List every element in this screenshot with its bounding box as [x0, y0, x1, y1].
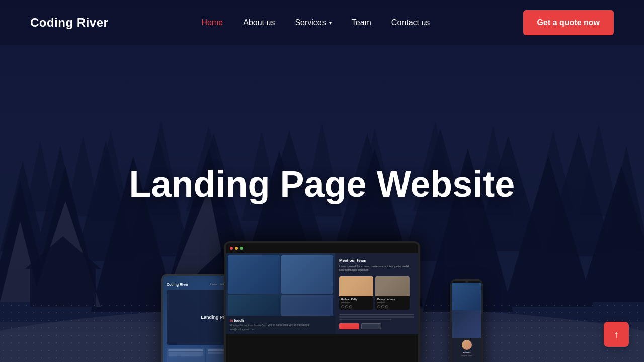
nav-link-contact[interactable]: Contact us: [391, 18, 430, 27]
nav-item-services[interactable]: Services ▾: [295, 18, 331, 27]
team-photo-2: [375, 276, 410, 296]
navbar: Coding River Home About us Services ▾ Te…: [0, 0, 644, 45]
team-member-2-name: Benny Luthers: [375, 296, 410, 301]
tablet-brand-label: Coding River: [167, 283, 189, 286]
phone-name: Profile: [463, 351, 469, 354]
window-dot-green: [240, 247, 243, 250]
scroll-up-button[interactable]: ↑: [604, 322, 629, 347]
team-cards: Rolland Kelly Developer Benny Luthers: [339, 276, 414, 310]
team-photo-1: [339, 276, 373, 296]
nav-link-about[interactable]: About us: [243, 18, 275, 27]
phone-device: › Profile Designer · Team ●: [450, 279, 483, 362]
hero-section: Coding River Home About us Services ▾ Te…: [0, 0, 644, 362]
nav-item-about[interactable]: About us: [243, 18, 275, 27]
nav-item-home[interactable]: Home: [202, 18, 223, 27]
team-member-2-social: [375, 305, 410, 310]
nav-item-team[interactable]: Team: [352, 18, 371, 27]
team-member-1-social: [339, 305, 373, 310]
laptop-contact-title: in touch: [230, 319, 331, 322]
nav-links: Home About us Services ▾ Team Contact us: [202, 18, 430, 27]
phone-info: Designer · Team: [461, 355, 472, 357]
window-dot-yellow: [235, 247, 238, 250]
nav-link-services[interactable]: Services: [295, 18, 326, 27]
window-dot-red: [230, 247, 233, 250]
team-card-1: Rolland Kelly Developer: [339, 276, 373, 310]
nav-link-team[interactable]: Team: [352, 18, 371, 27]
phone-overlay-text: ›: [479, 334, 479, 336]
laptop-team-text: Lorem ipsum dolor sit amet, consectetur …: [339, 265, 414, 272]
hero-content: Landing Page Website: [121, 164, 523, 204]
team-member-1-name: Rolland Kelly: [339, 296, 373, 301]
chevron-down-icon: ▾: [329, 20, 332, 26]
phone-image-2: ›: [452, 310, 481, 338]
phone-avatar: [462, 340, 472, 350]
phone-profile: Profile Designer · Team: [452, 338, 481, 362]
brand-logo[interactable]: Coding River: [30, 16, 108, 30]
nav-link-home[interactable]: Home: [202, 18, 223, 27]
team-member-1-role: Developer: [339, 301, 373, 305]
team-card-2: Benny Luthers Designer: [375, 276, 410, 310]
hero-title: Landing Page Website: [121, 164, 523, 204]
phone-image-1: [452, 283, 481, 310]
team-member-2-role: Designer: [375, 301, 410, 305]
nav-item-contact[interactable]: Contact us: [391, 18, 430, 27]
devices-mockup: Coding River Home About us Services Team…: [146, 231, 498, 362]
laptop-team-title: Meet our team: [339, 258, 414, 263]
scroll-up-arrow-icon: ↑: [614, 329, 619, 340]
laptop-contact-text: Monday-Friday, from 9am to 5pm +91 98 99…: [230, 324, 331, 331]
laptop-device: in touch Monday-Friday, from 9am to 5pm …: [224, 241, 420, 362]
get-quote-button[interactable]: Get a quote now: [523, 10, 614, 35]
